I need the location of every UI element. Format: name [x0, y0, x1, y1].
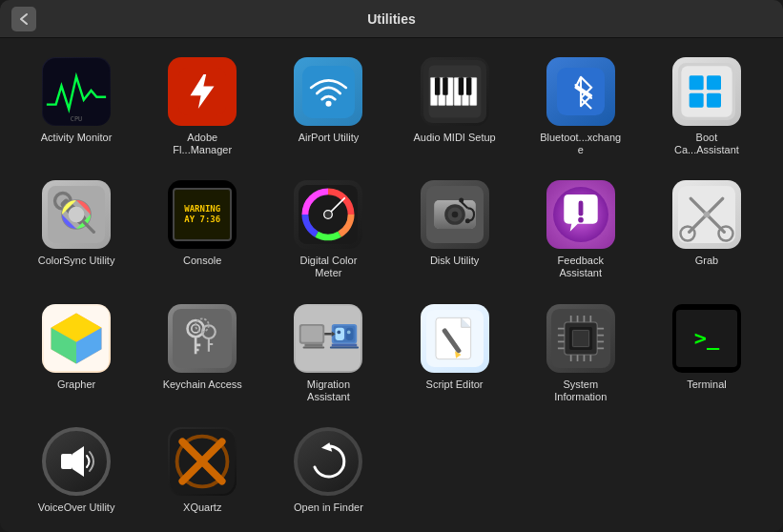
system-info-icon: [546, 304, 615, 373]
app-item-console[interactable]: WARNINGAY 7:36 Console: [141, 173, 263, 288]
audio-midi-label: Audio MIDI Setup: [413, 132, 495, 144]
app-item-disk-utility[interactable]: Disk Utility: [394, 173, 516, 288]
bootcamp-label: Boot Ca...Assistant: [664, 132, 750, 156]
svg-rect-3: [302, 66, 355, 118]
app-item-open-finder[interactable]: Open in Finder: [267, 419, 389, 522]
grab-icon: [672, 180, 741, 249]
svg-rect-106: [61, 454, 72, 469]
open-finder-icon: [294, 427, 362, 496]
adobe-flash-icon: [168, 57, 237, 126]
titlebar: Utilities: [0, 0, 783, 38]
svg-point-77: [347, 330, 351, 334]
terminal-prompt: >_: [694, 326, 720, 350]
app-item-bluetooth[interactable]: Bluetoot...xchange: [520, 50, 642, 165]
svg-rect-70: [305, 343, 323, 346]
svg-rect-44: [578, 201, 583, 216]
open-finder-label: Open in Finder: [294, 501, 363, 514]
grapher-icon: [42, 304, 111, 373]
app-item-grapher[interactable]: Grapher: [15, 297, 137, 412]
svg-point-51: [704, 212, 711, 218]
system-info-label: System Information: [538, 379, 624, 403]
svg-rect-23: [707, 93, 721, 108]
svg-point-39: [451, 212, 458, 218]
app-item-script-editor[interactable]: Script Editor: [394, 297, 516, 412]
app-grid: CPU Activity Monitor Adobe Fl...Manager: [0, 38, 783, 532]
app-item-airport[interactable]: AirPort Utility: [267, 50, 389, 165]
voiceover-icon: [42, 427, 111, 496]
back-button[interactable]: [11, 7, 36, 31]
svg-rect-20: [690, 75, 704, 90]
svg-marker-107: [72, 446, 84, 477]
grab-label: Grab: [695, 255, 718, 267]
grapher-label: Grapher: [57, 379, 95, 391]
svg-point-28: [69, 207, 85, 223]
digital-color-icon: [294, 180, 362, 249]
svg-point-4: [325, 100, 331, 106]
svg-rect-105: [572, 330, 588, 346]
svg-point-45: [578, 217, 584, 223]
svg-rect-15: [458, 77, 464, 94]
svg-rect-71: [303, 346, 325, 348]
console-icon: WARNINGAY 7:36: [168, 180, 237, 249]
migration-label: Migration Assistant: [285, 379, 371, 403]
bluetooth-icon: [546, 57, 615, 126]
disk-utility-icon: [421, 180, 489, 249]
svg-rect-69: [301, 325, 323, 341]
xquartz-icon: [168, 427, 237, 496]
svg-rect-79: [330, 346, 359, 348]
app-item-feedback[interactable]: Feedback Assistant: [520, 173, 642, 288]
svg-rect-16: [465, 77, 471, 94]
utilities-window: Utilities CPU Activity Monitor Adobe: [0, 0, 783, 532]
terminal-icon: >_: [672, 304, 741, 373]
script-editor-label: Script Editor: [426, 379, 484, 391]
svg-rect-75: [346, 327, 354, 339]
airport-label: AirPort Utility: [299, 132, 360, 144]
svg-point-33: [324, 211, 333, 219]
app-item-colorsync[interactable]: ColorSync Utility: [15, 173, 137, 288]
console-label: Console: [183, 255, 221, 267]
svg-rect-57: [173, 309, 232, 368]
feedback-label: Feedback Assistant: [538, 255, 624, 279]
svg-rect-22: [690, 93, 704, 108]
svg-rect-78: [332, 343, 357, 346]
app-item-activity-monitor[interactable]: CPU Activity Monitor: [15, 50, 137, 165]
disk-utility-label: Disk Utility: [430, 255, 479, 267]
colorsync-icon: [42, 180, 111, 249]
app-item-audio-midi[interactable]: Audio MIDI Setup: [394, 50, 516, 165]
svg-text:CPU: CPU: [71, 115, 82, 123]
app-item-terminal[interactable]: >_ Terminal: [646, 297, 768, 412]
app-item-system-info[interactable]: System Information: [520, 297, 642, 412]
app-item-voiceover[interactable]: VoiceOver Utility: [15, 419, 137, 522]
window-title: Utilities: [367, 11, 416, 27]
svg-rect-14: [443, 77, 448, 94]
app-item-migration[interactable]: Migration Assistant: [267, 297, 389, 412]
svg-rect-74: [336, 327, 344, 339]
app-item-bootcamp[interactable]: Boot Ca...Assistant: [646, 50, 768, 165]
terminal-label: Terminal: [687, 379, 727, 391]
app-item-xquartz[interactable]: XQuartz: [141, 419, 263, 522]
app-item-digital-color[interactable]: Digital Color Meter: [267, 173, 389, 288]
airport-icon: [294, 57, 362, 126]
app-item-grab[interactable]: Grab: [646, 173, 768, 288]
xquartz-label: XQuartz: [183, 501, 221, 514]
digital-color-label: Digital Color Meter: [285, 255, 371, 279]
migration-icon: [294, 304, 362, 373]
audio-midi-icon: [421, 57, 489, 126]
bootcamp-icon: [672, 57, 741, 126]
script-editor-icon: [421, 304, 489, 373]
keychain-icon: [168, 304, 237, 373]
app-item-keychain[interactable]: Keychain Access: [141, 297, 263, 412]
svg-rect-21: [707, 75, 721, 90]
activity-monitor-icon: CPU: [42, 57, 111, 126]
svg-point-76: [338, 330, 341, 334]
svg-point-40: [464, 218, 469, 223]
svg-point-42: [459, 198, 464, 203]
svg-rect-19: [681, 66, 731, 116]
voiceover-label: VoiceOver Utility: [38, 501, 115, 514]
bluetooth-label: Bluetoot...xchange: [538, 132, 624, 156]
activity-monitor-label: Activity Monitor: [41, 132, 113, 144]
app-item-adobe-flash[interactable]: Adobe Fl...Manager: [141, 50, 263, 165]
adobe-flash-label: Adobe Fl...Manager: [159, 132, 245, 156]
feedback-icon: [546, 180, 615, 249]
svg-rect-13: [434, 77, 440, 94]
